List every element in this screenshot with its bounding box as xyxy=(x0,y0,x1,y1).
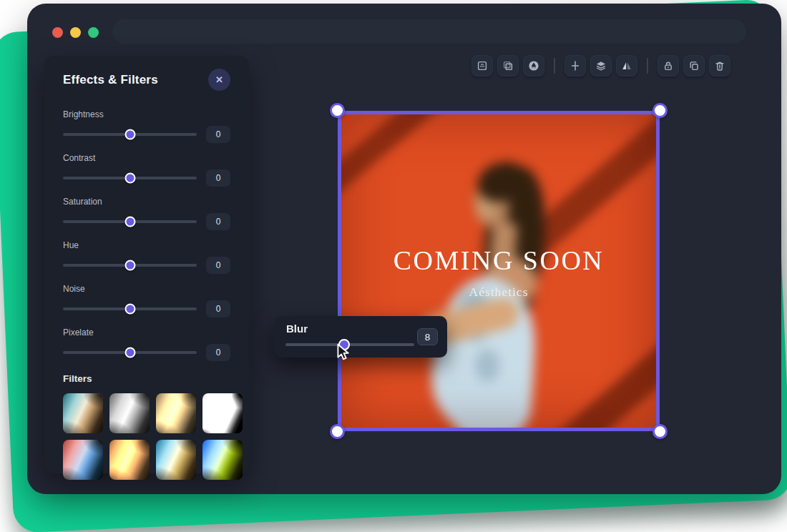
filter-thumbnail-grid xyxy=(63,393,230,480)
effect-slider-brightness: Brightness 0 xyxy=(63,109,230,144)
effect-slider-contrast: Contrast 0 xyxy=(63,153,230,187)
title-bar-field[interactable] xyxy=(112,19,746,44)
layers-icon xyxy=(595,60,607,72)
toolbar-divider xyxy=(554,58,555,74)
layers-button[interactable] xyxy=(590,55,612,77)
color-drop-icon xyxy=(528,60,539,72)
trash-icon xyxy=(714,60,725,72)
effect-slider-pixelate: Pixelate 0 xyxy=(63,327,230,362)
delete-button[interactable] xyxy=(709,55,730,77)
copy-icon xyxy=(688,60,700,72)
panel-header: Effects & Filters ✕ xyxy=(63,69,230,91)
filter-preview-image xyxy=(109,440,150,480)
contrast-slider[interactable] xyxy=(63,169,197,187)
filter-preview-image xyxy=(156,393,196,433)
lock-button[interactable] xyxy=(658,55,679,77)
effect-label: Hue xyxy=(63,240,230,250)
artboard-options-icon xyxy=(476,60,488,72)
filter-thumbnail[interactable] xyxy=(63,440,103,480)
app-window: Effects & Filters ✕ Brightness 0 Contras… xyxy=(27,4,781,494)
align-center-button[interactable] xyxy=(564,55,586,77)
align-center-icon xyxy=(570,60,581,72)
slider-value: 0 xyxy=(206,213,230,230)
effect-label: Contrast xyxy=(63,153,230,163)
resize-handle-bottom-right[interactable] xyxy=(652,424,668,439)
filter-thumbnail[interactable] xyxy=(202,440,243,480)
image-subtitle-text: Aésthetics xyxy=(341,285,656,300)
copy-button[interactable] xyxy=(683,55,705,77)
close-window-button[interactable] xyxy=(52,27,63,38)
blur-popup: Blur 8 xyxy=(274,316,447,358)
maximize-window-button[interactable] xyxy=(88,27,99,38)
pixelate-slider[interactable] xyxy=(63,344,197,361)
slider-thumb[interactable] xyxy=(124,260,135,271)
slider-thumb[interactable] xyxy=(124,217,135,227)
filter-preview-image xyxy=(156,440,196,480)
filter-preview-image xyxy=(63,440,103,480)
filter-preview-image xyxy=(202,393,243,433)
artboard-options-button[interactable] xyxy=(471,55,493,77)
minimize-window-button[interactable] xyxy=(70,27,81,38)
effects-filters-panel: Effects & Filters ✕ Brightness 0 Contras… xyxy=(44,56,249,473)
effect-label: Pixelate xyxy=(63,327,230,338)
canvas-image: COMING SOON Aésthetics xyxy=(341,114,656,428)
effect-slider-hue: Hue 0 xyxy=(63,240,230,275)
saturation-slider[interactable] xyxy=(63,213,197,230)
toolbar-divider xyxy=(647,58,648,74)
blur-value: 8 xyxy=(417,328,438,345)
slider-thumb[interactable] xyxy=(124,348,135,358)
filter-preview-image xyxy=(63,393,103,433)
resize-handle-bottom-left[interactable] xyxy=(330,424,345,439)
panel-title: Effects & Filters xyxy=(63,73,158,87)
effect-label: Brightness xyxy=(63,109,230,119)
screenshot-stage: Effects & Filters ✕ Brightness 0 Contras… xyxy=(0,0,787,532)
flip-horizontal-button[interactable] xyxy=(616,55,637,77)
color-drop-button[interactable] xyxy=(523,55,544,77)
flip-horizontal-icon xyxy=(621,60,632,72)
hue-slider[interactable] xyxy=(63,257,197,274)
brightness-slider[interactable] xyxy=(63,126,197,143)
duplicate-frame-button[interactable] xyxy=(497,55,519,77)
selected-image-frame[interactable]: COMING SOON Aésthetics xyxy=(338,111,660,431)
effect-slider-noise: Noise 0 xyxy=(63,284,230,318)
blur-label: Blur xyxy=(286,322,308,335)
resize-handle-top-left[interactable] xyxy=(330,103,345,118)
lock-icon xyxy=(663,60,674,72)
filter-thumbnail[interactable] xyxy=(109,440,150,480)
slider-thumb[interactable] xyxy=(124,129,135,140)
slider-value: 0 xyxy=(206,344,230,361)
effect-slider-saturation: Saturation 0 xyxy=(63,197,230,231)
filter-thumbnail[interactable] xyxy=(202,393,243,433)
filter-preview-image xyxy=(109,393,150,433)
filter-thumbnail[interactable] xyxy=(156,393,196,433)
duplicate-frame-icon xyxy=(502,60,514,72)
slider-value: 0 xyxy=(206,300,230,317)
close-icon: ✕ xyxy=(215,74,223,85)
canvas-toolbar xyxy=(471,55,730,77)
noise-slider[interactable] xyxy=(63,300,197,317)
mouse-cursor-icon xyxy=(334,343,353,364)
filter-thumbnail[interactable] xyxy=(156,440,196,480)
slider-thumb[interactable] xyxy=(124,173,135,184)
image-headline-text: COMING SOON xyxy=(341,245,656,276)
filter-thumbnail[interactable] xyxy=(63,393,103,433)
window-controls xyxy=(52,27,99,38)
filters-section-title: Filters xyxy=(63,373,230,384)
slider-thumb[interactable] xyxy=(124,304,135,315)
effect-label: Saturation xyxy=(63,197,230,207)
panel-close-button[interactable]: ✕ xyxy=(208,69,230,91)
slider-value: 0 xyxy=(206,257,230,274)
filter-preview-image xyxy=(202,440,243,480)
slider-value: 0 xyxy=(206,126,230,143)
slider-value: 0 xyxy=(206,169,230,187)
resize-handle-top-right[interactable] xyxy=(652,103,668,118)
effect-label: Noise xyxy=(63,284,230,294)
filter-thumbnail[interactable] xyxy=(109,393,150,433)
